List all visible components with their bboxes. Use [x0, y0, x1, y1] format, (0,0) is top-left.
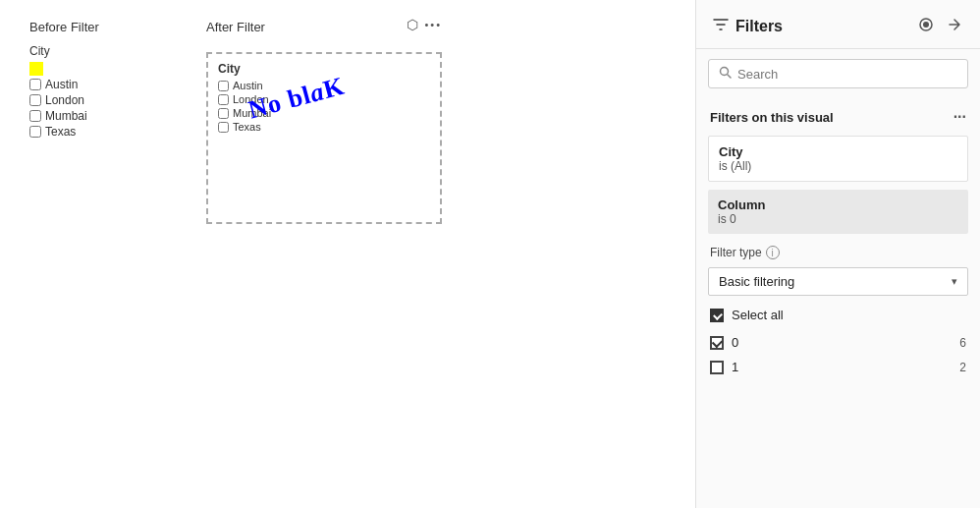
before-item-texas: Texas	[29, 125, 147, 139]
before-checkbox-texas[interactable]	[29, 126, 41, 138]
value-label-0: 0	[732, 335, 952, 350]
before-label-mumbai: Mumbai	[45, 109, 87, 123]
value-label-1: 1	[732, 360, 952, 374]
before-city-label: City	[29, 44, 147, 58]
filter-icon	[712, 16, 730, 37]
highlight-box	[29, 62, 43, 76]
before-filter-section: Before Filter City Austin London Mumbai …	[29, 20, 147, 488]
filter-type-dropdown[interactable]: Basic filtering ▾	[708, 267, 968, 296]
before-label-austin: Austin	[45, 78, 78, 91]
show-filter-icon-button[interactable]	[915, 14, 937, 38]
visual-label-texas: Texas	[233, 121, 261, 133]
svg-line-3	[728, 75, 731, 78]
filters-section-menu[interactable]: ···	[953, 108, 966, 126]
filter-type-row: Filter type i	[696, 238, 980, 263]
before-item-london: London	[29, 93, 147, 107]
search-box	[708, 59, 968, 88]
svg-point-1	[923, 22, 929, 28]
more-options-icon[interactable]: •••	[424, 19, 442, 30]
city-filter-sub: is (All)	[719, 159, 957, 173]
column-filter-card: Column is 0	[708, 190, 968, 234]
close-filters-button[interactable]	[945, 15, 964, 37]
visual-checkbox-mumbai[interactable]	[218, 108, 229, 119]
select-all-row[interactable]: Select all	[696, 300, 980, 330]
filter-type-label: Filter type	[710, 246, 762, 259]
filters-title: Filters	[735, 18, 915, 35]
visual-checkbox-london[interactable]	[218, 94, 229, 105]
svg-point-2	[721, 68, 729, 76]
filter-type-dropdown-label: Basic filtering	[719, 274, 794, 289]
filter-value-row-1: 1 2	[696, 355, 980, 379]
before-label-london: London	[45, 93, 84, 107]
select-all-label: Select all	[732, 308, 784, 322]
visual-label-austin: Austin	[233, 80, 263, 91]
select-all-checkbox[interactable]	[710, 309, 724, 322]
dropdown-arrow-icon: ▾	[952, 275, 957, 288]
visual-container: City Austin London Mumbai	[206, 52, 442, 224]
filter-type-info-icon[interactable]: i	[766, 246, 780, 259]
left-panel: Before Filter City Austin London Mumbai …	[0, 0, 695, 508]
filters-panel: Filters Filters on this visual ··· City …	[695, 0, 980, 508]
expand-icon[interactable]: ⬡	[407, 17, 418, 32]
before-highlight-row	[29, 62, 147, 76]
visual-item-texas: Texas	[218, 121, 430, 133]
visual-item-austin: Austin	[218, 80, 430, 91]
visual-checkbox-texas[interactable]	[218, 122, 229, 133]
before-checkbox-mumbai[interactable]	[29, 110, 41, 122]
value-count-1: 2	[959, 361, 966, 374]
value-count-0: 6	[959, 336, 966, 350]
visual-city-label: City	[218, 62, 430, 76]
before-checkbox-london[interactable]	[29, 94, 41, 106]
search-icon	[719, 66, 732, 82]
before-filter-title: Before Filter	[29, 20, 147, 34]
filters-header: Filters	[696, 0, 980, 49]
filter-value-row-0: 0 6	[696, 330, 980, 355]
visual-item-mumbai: Mumbai	[218, 107, 430, 119]
visual-checkbox-austin[interactable]	[218, 81, 229, 91]
visual-item-london: London	[218, 93, 430, 105]
column-filter-title: Column	[718, 198, 958, 212]
visual-inner: City Austin London Mumbai	[208, 54, 440, 222]
column-filter-sub: is 0	[718, 212, 958, 226]
filters-on-visual-header: Filters on this visual ···	[696, 98, 980, 132]
after-filter-section: After Filter ⬡ ••• City Austin London	[206, 20, 666, 488]
visual-label-mumbai: Mumbai	[233, 107, 271, 119]
visual-label-london: London	[233, 93, 269, 105]
value-checkbox-1[interactable]	[710, 361, 724, 374]
city-filter-title: City	[719, 144, 957, 159]
city-filter-card: City is (All)	[708, 136, 968, 182]
filters-header-actions	[915, 14, 964, 38]
before-item-austin: Austin	[29, 78, 147, 91]
filters-on-visual-label: Filters on this visual	[710, 110, 834, 125]
visual-toolbar: ⬡ •••	[407, 17, 442, 32]
before-label-texas: Texas	[45, 125, 76, 139]
before-item-mumbai: Mumbai	[29, 109, 147, 123]
value-checkbox-0[interactable]	[710, 336, 724, 350]
search-input[interactable]	[737, 67, 957, 82]
before-checkbox-austin[interactable]	[29, 79, 41, 90]
